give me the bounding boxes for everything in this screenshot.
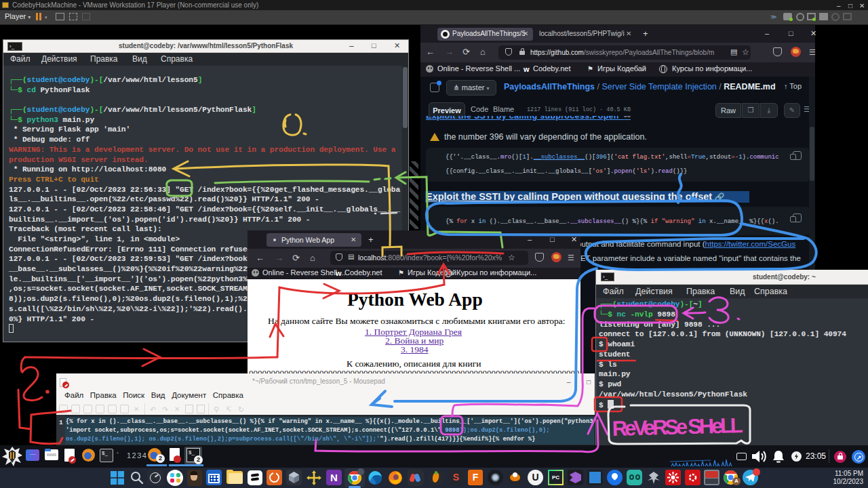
- svg-text:ReVeRSe SHeLL: ReVeRSe SHeLL: [612, 413, 743, 441]
